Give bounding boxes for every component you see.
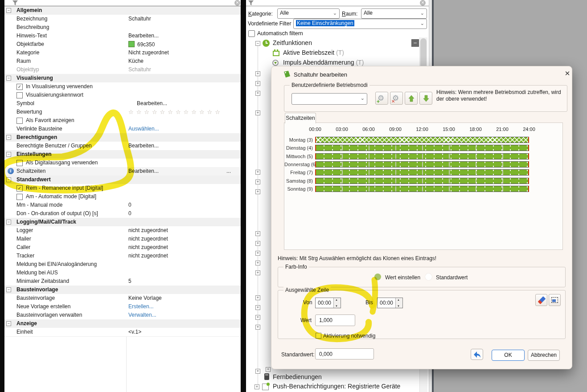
section-collapse-icon[interactable]: −	[6, 76, 11, 81]
section-row[interactable]: −Berechtigungen	[4, 133, 241, 142]
tree-expander[interactable]: +	[255, 170, 260, 175]
tree-expander[interactable]: +	[255, 325, 260, 330]
property-checkbox[interactable]: ✓	[16, 185, 23, 192]
property-row[interactable]: RaumKüche	[4, 57, 241, 66]
tree-expander[interactable]: +	[255, 81, 260, 86]
property-row[interactable]: ObjekttypSchaltuhr	[4, 65, 241, 74]
schedule-bar-montag[interactable]	[315, 137, 529, 143]
property-row[interactable]: Minimaler Zeitabstand5	[4, 277, 241, 286]
section-collapse-icon[interactable]: −	[6, 177, 11, 182]
property-value-action[interactable]: Bearbeiten...	[128, 33, 159, 39]
property-row[interactable]: Hinweis-TextBearbeiten...	[4, 32, 241, 41]
section-row[interactable]: −Bausteinvorlage	[4, 286, 241, 294]
tree-expander-push[interactable]: +	[255, 384, 259, 389]
bis-spinner[interactable]: 00:00	[377, 298, 403, 308]
tree-expander[interactable]: +	[255, 305, 260, 310]
property-row[interactable]: Mm - Manual mode0	[4, 201, 241, 210]
property-value-action[interactable]: Auswählen...	[128, 126, 159, 132]
dialog-close-icon[interactable]: ✕	[563, 69, 572, 78]
property-row[interactable]: Visualisierungskennwort	[4, 91, 241, 100]
rating-stars[interactable]: ☆☆☆☆☆☆☆☆☆☆☆☆	[128, 109, 223, 115]
betriebsmodi-combobox[interactable]: ⌄	[291, 93, 367, 105]
von-spinner[interactable]: 00:00	[315, 298, 341, 308]
tree-expander[interactable]: +	[255, 251, 260, 256]
property-checkbox[interactable]	[16, 160, 23, 166]
spinner-arrows[interactable]	[333, 298, 341, 308]
tree-item-push-benachrichtigungen[interactable]: Push-Benachrichtigungen: Registrierte Ge…	[273, 383, 400, 390]
tree-item-fernbedienungen[interactable]: Fernbedienungen	[273, 373, 322, 380]
predefined-filter-combobox[interactable]: Keine Einschränkungen⌄	[293, 19, 427, 29]
property-row[interactable]: Loggernicht zugeordnet	[4, 226, 241, 235]
property-row[interactable]: Mailernicht zugeordnet	[4, 235, 241, 244]
tree-expander[interactable]: +	[266, 367, 271, 372]
schedule-bar-dienstag[interactable]	[315, 145, 529, 151]
property-row[interactable]: SymbolBearbeiten...	[4, 99, 241, 108]
property-row[interactable]: Als Digitalausgang verwenden	[4, 159, 241, 167]
property-row[interactable]: Verlinkte BausteineAuswählen...	[4, 125, 241, 134]
tree-expander[interactable]: +	[255, 241, 260, 246]
spinner-arrows[interactable]	[395, 298, 402, 308]
autofilter-checkbox[interactable]	[248, 30, 255, 37]
tree-expander[interactable]: +	[255, 189, 260, 194]
property-row[interactable]: Trackernicht zugeordnet	[4, 252, 241, 261]
section-row[interactable]: −Visualisierung	[4, 74, 241, 83]
schedule-bar-freitag[interactable]	[315, 169, 529, 176]
section-row[interactable]: −Einstellungen	[4, 150, 241, 159]
property-row[interactable]: Callernicht zugeordnet	[4, 243, 241, 252]
property-row[interactable]: BausteinvorlageKeine Vorlage	[4, 294, 241, 303]
section-collapse-icon[interactable]: −	[6, 220, 11, 225]
section-row[interactable]: −Allgemein	[4, 6, 241, 15]
tree-expander[interactable]: +	[255, 180, 260, 184]
move-down-button[interactable]	[419, 92, 432, 105]
section-row[interactable]: −Logging/Mail/Call/Track	[4, 218, 241, 227]
tree-expander-zeitfunktionen[interactable]: −	[255, 41, 260, 46]
undo-button[interactable]	[471, 349, 483, 360]
erase-entry-button[interactable]	[535, 294, 547, 306]
property-row[interactable]: Als Favorit anzeigen	[4, 116, 241, 125]
wert-einstellen-radio[interactable]	[374, 274, 381, 280]
more-options-button[interactable]: ...	[226, 168, 231, 174]
tree-expander[interactable]: +	[255, 295, 260, 300]
property-row[interactable]: Berechtigte Benutzer / GruppenBearbeiten…	[4, 142, 241, 151]
cancel-button[interactable]: Abbrechen	[528, 350, 560, 361]
property-row[interactable]: Einheit<v.1>	[4, 328, 241, 337]
property-row[interactable]: KategorieNicht zugeordnet	[4, 49, 241, 57]
section-row[interactable]: −Standardwert	[4, 176, 241, 184]
section-collapse-icon[interactable]: −	[6, 321, 11, 326]
property-checkbox[interactable]	[16, 92, 23, 98]
property-row[interactable]: Bausteinvorlagen verwaltenVerwalten...	[4, 311, 241, 320]
property-row[interactable]: Don - On-duration of output (O) [s]0	[4, 209, 241, 218]
section-row[interactable]: −Anzeige	[4, 319, 241, 328]
property-row[interactable]: ✓Rem - Remanence input [Digital]	[4, 184, 241, 193]
tree-expander[interactable]: +	[255, 231, 260, 236]
schedule-bar-mittwoch[interactable]	[315, 153, 529, 159]
property-row[interactable]: SchaltzeitenBearbeiten...i...	[4, 167, 241, 176]
tree-expander[interactable]: +	[255, 270, 260, 275]
color-swatch[interactable]	[128, 41, 135, 47]
schedule-bar-donnerstag[interactable]	[315, 161, 529, 167]
schedule-bar-sonntag[interactable]	[315, 186, 529, 192]
section-collapse-icon[interactable]: −	[6, 152, 11, 157]
property-row[interactable]: Beschreibung	[4, 23, 241, 32]
section-collapse-icon[interactable]: −	[6, 8, 11, 13]
tree-expander[interactable]: +	[255, 91, 260, 96]
tree-item-aktive-betriebszeit[interactable]: Aktive Betriebszeit (T)	[283, 49, 344, 56]
tree-item-impuls-abenddaemmerung[interactable]: Impuls Abenddämmerung (T)	[283, 59, 364, 66]
property-checkbox[interactable]	[16, 194, 23, 200]
property-row[interactable]: Meldung bei EIN/Analogänderung	[4, 260, 241, 269]
tree-expander[interactable]: +	[255, 315, 260, 320]
move-up-button[interactable]	[405, 92, 418, 105]
tab-schaltzeiten[interactable]: Schaltzeiten	[285, 113, 316, 123]
property-row[interactable]: ✓In Visualisierung verwenden	[4, 82, 241, 91]
property-value-action[interactable]: Bearbeiten...	[128, 143, 159, 149]
aktivierung-checkbox[interactable]	[316, 333, 321, 339]
property-value-action[interactable]: Verwalten...	[128, 312, 156, 318]
category-combobox[interactable]: Alle⌄	[277, 8, 340, 19]
tree-item-zeitfunktionen[interactable]: Zeitfunktionen	[273, 39, 312, 46]
tree-expander[interactable]: +	[255, 71, 260, 76]
property-row[interactable]: BezeichnungSchaltuhr	[4, 15, 241, 24]
section-collapse-icon[interactable]: −	[6, 135, 11, 140]
property-row[interactable]: Objektfarbe69c350	[4, 40, 241, 49]
property-row[interactable]: Am - Automatic mode [Digital]	[4, 192, 241, 201]
close-panel-icon[interactable]: ✕	[420, 0, 426, 6]
